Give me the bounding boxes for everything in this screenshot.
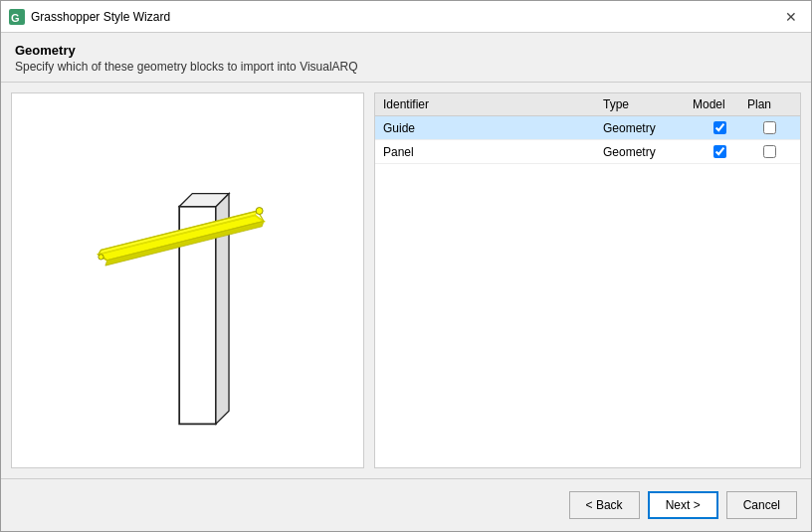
next-button[interactable]: Next >	[648, 491, 718, 519]
row-model-guide	[693, 121, 747, 134]
row-plan-panel	[747, 145, 792, 158]
row-model-panel	[693, 145, 747, 158]
svg-point-12	[99, 255, 103, 260]
plan-checkbox-panel[interactable]	[763, 145, 776, 158]
col-identifier: Identifier	[383, 97, 603, 111]
model-checkbox-panel[interactable]	[713, 145, 726, 158]
table-body: Guide Geometry Panel Geometry	[375, 116, 800, 467]
svg-point-11	[256, 208, 263, 215]
header-section: Geometry Specify which of these geometry…	[1, 33, 811, 82]
close-button[interactable]: ✕	[779, 5, 803, 29]
row-identifier-panel: Panel	[383, 145, 603, 159]
row-plan-guide	[747, 121, 792, 134]
row-type-panel: Geometry	[603, 145, 693, 159]
app-icon: G	[9, 9, 25, 25]
cancel-button[interactable]: Cancel	[726, 491, 797, 519]
preview-panel	[11, 92, 364, 468]
main-window: G Grasshopper Style Wizard ✕ Geometry Sp…	[0, 0, 812, 532]
row-identifier-guide: Guide	[383, 121, 603, 135]
footer: < Back Next > Cancel	[1, 479, 811, 531]
svg-rect-2	[33, 93, 341, 467]
model-checkbox-guide[interactable]	[713, 121, 726, 134]
row-type-guide: Geometry	[603, 121, 693, 135]
svg-text:G: G	[11, 12, 20, 24]
col-model: Model	[693, 97, 747, 111]
geometry-table: Identifier Type Model Plan Guide Geometr…	[374, 92, 801, 468]
table-row[interactable]: Guide Geometry	[375, 116, 800, 140]
col-type: Type	[603, 97, 693, 111]
col-plan: Plan	[747, 97, 792, 111]
page-subtitle: Specify which of these geometry blocks t…	[15, 60, 797, 74]
window-title: Grasshopper Style Wizard	[31, 10, 779, 24]
table-header: Identifier Type Model Plan	[375, 93, 800, 116]
plan-checkbox-guide[interactable]	[763, 121, 776, 134]
back-button[interactable]: < Back	[569, 491, 640, 519]
content-area: Identifier Type Model Plan Guide Geometr…	[1, 83, 811, 478]
page-title: Geometry	[15, 43, 797, 58]
title-bar: G Grasshopper Style Wizard ✕	[1, 1, 811, 33]
table-row[interactable]: Panel Geometry	[375, 140, 800, 164]
